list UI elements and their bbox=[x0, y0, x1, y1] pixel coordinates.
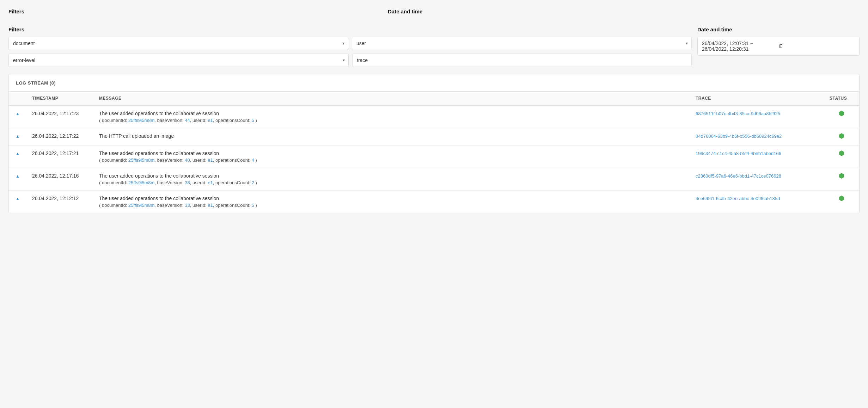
expand-icon[interactable]: ▲ bbox=[16, 174, 20, 179]
toggle-cell[interactable]: ▲ bbox=[9, 191, 26, 213]
th-trace: TRACE bbox=[690, 92, 824, 105]
calendar-icon[interactable]: 🗓 bbox=[778, 43, 855, 49]
message-detail: ( documentId: 25ffs9i5m8m, baseVersion: … bbox=[99, 203, 684, 208]
trace-cell[interactable]: 6876511f-b07c-4b43-85ca-9d06aa8bf925 bbox=[690, 105, 824, 128]
trace-link[interactable]: 6876511f-b07c-4b43-85ca-9d06aa8bf925 bbox=[696, 111, 780, 116]
message-detail: ( documentId: 25ffs9i5m8m, baseVersion: … bbox=[99, 157, 684, 163]
message-cell: The user added operations to the collabo… bbox=[93, 105, 690, 128]
message-main: The HTTP call uploaded an image bbox=[99, 133, 684, 139]
toggle-cell[interactable]: ▲ bbox=[9, 105, 26, 128]
message-main: The user added operations to the collabo… bbox=[99, 111, 684, 116]
status-badge bbox=[839, 133, 844, 139]
log-stream-header: LOG STREAM (8) bbox=[9, 74, 859, 92]
error-level-select[interactable]: error-level info error bbox=[9, 54, 348, 67]
trace-cell[interactable]: 4ce69f61-6cdb-42ee-abbc-4e0f36a5185d bbox=[690, 191, 824, 213]
message-detail: ( documentId: 25ffs9i5m8m, baseVersion: … bbox=[99, 180, 684, 185]
message-cell: The user added operations to the collabo… bbox=[93, 191, 690, 213]
message-detail: ( documentId: 25ffs9i5m8m, baseVersion: … bbox=[99, 118, 684, 123]
status-cell bbox=[824, 105, 859, 128]
log-table: TIMESTAMP MESSAGE TRACE STATUS ▲26.04.20… bbox=[9, 92, 859, 213]
datetime-title: Date and time bbox=[697, 26, 860, 32]
user-select[interactable]: user admin bbox=[352, 37, 691, 50]
table-row: ▲26.04.2022, 12:17:16The user added oper… bbox=[9, 168, 859, 191]
expand-icon[interactable]: ▲ bbox=[16, 151, 20, 156]
expand-icon[interactable]: ▲ bbox=[16, 196, 20, 201]
status-cell bbox=[824, 146, 859, 168]
message-main: The user added operations to the collabo… bbox=[99, 150, 684, 156]
status-badge bbox=[839, 196, 844, 201]
table-row: ▲26.04.2022, 12:17:22The HTTP call uploa… bbox=[9, 128, 859, 146]
status-badge bbox=[839, 173, 844, 179]
trace-link[interactable]: 4ce69f61-6cdb-42ee-abbc-4e0f36a5185d bbox=[696, 196, 780, 201]
document-dropdown[interactable]: document user ▾ bbox=[8, 37, 348, 50]
message-main: The user added operations to the collabo… bbox=[99, 173, 684, 179]
timestamp-cell: 26.04.2022, 12:17:23 bbox=[26, 105, 93, 128]
table-header-row: TIMESTAMP MESSAGE TRACE STATUS bbox=[9, 92, 859, 105]
log-stream-title: LOG STREAM (8) bbox=[16, 80, 56, 86]
trace-link[interactable]: 04d76064-63b9-4b6f-b556-db60924c69e2 bbox=[696, 134, 782, 139]
trace-cell[interactable]: 04d76064-63b9-4b6f-b556-db60924c69e2 bbox=[690, 128, 824, 146]
th-message: MESSAGE bbox=[93, 92, 690, 105]
status-cell bbox=[824, 191, 859, 213]
table-row: ▲26.04.2022, 12:17:23The user added oper… bbox=[9, 105, 859, 128]
log-stream-container: LOG STREAM (8) TIMESTAMP MESSAGE TRACE S… bbox=[8, 74, 860, 213]
timestamp-cell: 26.04.2022, 12:17:21 bbox=[26, 146, 93, 168]
timestamp-cell: 26.04.2022, 12:17:16 bbox=[26, 168, 93, 191]
document-select[interactable]: document user bbox=[9, 37, 348, 50]
timestamp-cell: 26.04.2022, 12:12:12 bbox=[26, 191, 93, 213]
trace-link[interactable]: c2360df5-97a6-46e6-bbd1-47c1ce076628 bbox=[696, 173, 781, 179]
datetime-range-value: 26/04/2022, 12:07:31 ~ 26/04/2022, 12:20… bbox=[702, 41, 778, 52]
timestamp-cell: 26.04.2022, 12:17:22 bbox=[26, 128, 93, 146]
th-status: STATUS bbox=[824, 92, 859, 105]
trace-input[interactable] bbox=[352, 54, 692, 67]
message-cell: The user added operations to the collabo… bbox=[93, 146, 690, 168]
expand-icon[interactable]: ▲ bbox=[16, 134, 20, 139]
th-toggle bbox=[9, 92, 26, 105]
status-badge bbox=[839, 111, 844, 116]
status-cell bbox=[824, 128, 859, 146]
status-cell bbox=[824, 168, 859, 191]
message-cell: The user added operations to the collabo… bbox=[93, 168, 690, 191]
user-dropdown[interactable]: user admin ▾ bbox=[352, 37, 692, 50]
toggle-cell[interactable]: ▲ bbox=[9, 146, 26, 168]
message-main: The user added operations to the collabo… bbox=[99, 196, 684, 201]
table-row: ▲26.04.2022, 12:12:12The user added oper… bbox=[9, 191, 859, 213]
message-cell: The HTTP call uploaded an image bbox=[93, 128, 690, 146]
datetime-range-input[interactable]: 26/04/2022, 12:07:31 ~ 26/04/2022, 12:20… bbox=[697, 37, 860, 56]
expand-icon[interactable]: ▲ bbox=[16, 111, 20, 116]
trace-cell[interactable]: c2360df5-97a6-46e6-bbd1-47c1ce076628 bbox=[690, 168, 824, 191]
th-timestamp: TIMESTAMP bbox=[26, 92, 93, 105]
filters-label: Filters bbox=[8, 8, 24, 14]
table-row: ▲26.04.2022, 12:17:21The user added oper… bbox=[9, 146, 859, 168]
toggle-cell[interactable]: ▲ bbox=[9, 128, 26, 146]
trace-link[interactable]: 199c3474-c1c4-45a8-b5f4-4beb1abed166 bbox=[696, 151, 781, 156]
filters-title: Filters bbox=[8, 26, 692, 32]
toggle-cell[interactable]: ▲ bbox=[9, 168, 26, 191]
status-badge bbox=[839, 150, 844, 156]
datetime-label: Date and time bbox=[388, 8, 422, 14]
trace-cell[interactable]: 199c3474-c1c4-45a8-b5f4-4beb1abed166 bbox=[690, 146, 824, 168]
error-level-dropdown[interactable]: error-level info error ▾ bbox=[8, 54, 349, 67]
